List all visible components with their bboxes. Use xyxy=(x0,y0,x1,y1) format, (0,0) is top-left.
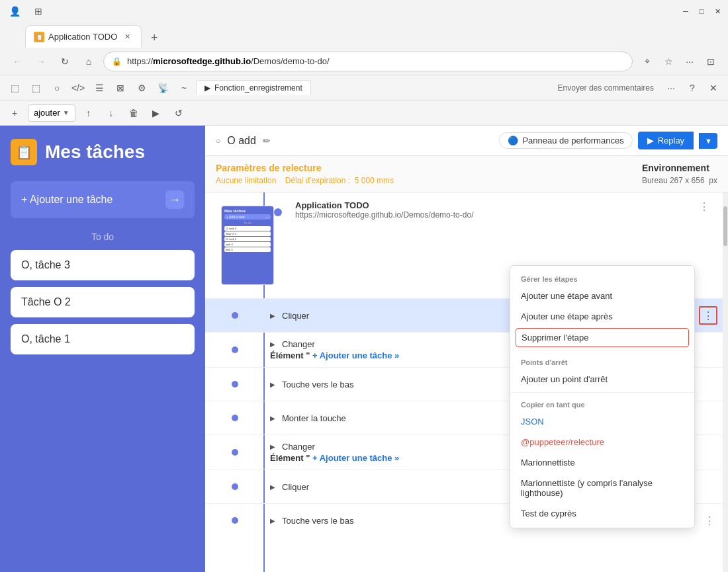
task-item[interactable]: O, tâche 3 xyxy=(11,250,195,280)
app-entry-more-button[interactable]: ⋮ xyxy=(696,200,712,213)
add-task-button[interactable]: + Ajouter une tâche → xyxy=(11,181,195,218)
step-name: Touche vers le bas xyxy=(282,516,353,526)
ctx-copy-marionette-item[interactable]: Marionnettiste xyxy=(510,452,694,473)
devtools-recorder-tab[interactable]: ▶ Fonction_enregistrement xyxy=(196,80,311,95)
task-item[interactable]: O, tâche 1 xyxy=(11,324,195,354)
step-more-button[interactable]: ⋮ xyxy=(699,306,717,325)
recorder-dropdown-label: ajouter xyxy=(34,108,60,118)
replay-dropdown-button[interactable]: ▼ xyxy=(699,133,717,149)
recorder-play-button[interactable]: ▶ xyxy=(147,104,165,122)
step-dot xyxy=(232,381,238,388)
recorder-loop-button[interactable]: ↺ xyxy=(169,104,188,122)
app-icon: 📋 xyxy=(11,139,37,165)
devtools-device-icon[interactable]: ⬚ xyxy=(26,79,45,97)
step-dot xyxy=(232,347,238,353)
recorder-download-button[interactable]: ↓ xyxy=(102,104,120,122)
expand-icon: ▶ xyxy=(270,415,275,422)
devtools-close-button[interactable]: ✕ xyxy=(704,79,723,97)
reader-mode-icon[interactable]: ⌖ xyxy=(638,52,657,71)
step-name: Cliquer xyxy=(282,482,309,492)
recorder-upload-button[interactable]: ↑ xyxy=(79,104,98,122)
devtools-network-icon[interactable]: ⊠ xyxy=(111,79,130,97)
steps-area: Mes tâches + Add a task → To do O, task … xyxy=(205,192,728,572)
recorder-delete-button[interactable]: 🗑 xyxy=(124,104,143,122)
ctx-breakpoints-section-label: Points d'arrêt xyxy=(510,353,694,369)
back-button[interactable]: ← xyxy=(8,52,26,71)
devtools-circle-icon[interactable]: ○ xyxy=(48,79,66,97)
context-menu: Gérer les étapes Ajouter une étape avant… xyxy=(510,265,695,528)
ctx-copy-json-item[interactable]: JSON xyxy=(510,411,694,432)
maximize-button[interactable]: □ xyxy=(696,6,707,17)
devtools-performance-icon[interactable]: ~ xyxy=(175,79,193,97)
devtools-source-icon[interactable]: ⚙ xyxy=(132,79,151,97)
sidebar-title: Mes tâches xyxy=(45,142,145,163)
tab-close-button[interactable]: ✕ xyxy=(121,31,133,43)
expand-icon: ▶ xyxy=(270,381,275,388)
recording-title: O add xyxy=(227,135,256,147)
app-url: https://microsoftedge.github.io/Demos/de… xyxy=(295,210,690,220)
forward-button[interactable]: → xyxy=(32,52,50,71)
minimize-button[interactable]: ─ xyxy=(680,6,691,17)
ctx-copy-lighthouse-item[interactable]: Marionnettiste (y compris l'analyse ligh… xyxy=(510,473,694,503)
expand-icon: ▶ xyxy=(270,443,275,450)
params-limitation: Aucune limitation xyxy=(216,176,276,185)
devtools-toolbar: ⬚ ⬚ ○ </> ☰ ⊠ ⚙ 📡 ~ ▶ Fonction_enregistr… xyxy=(0,75,728,101)
tab-label: Application TODO xyxy=(48,32,117,42)
recorder-add-button[interactable]: + xyxy=(5,104,24,122)
address-input[interactable]: 🔒 https://microsoftedge.github.io/Demos/… xyxy=(103,52,633,71)
replay-label: Replay xyxy=(658,136,684,145)
lock-icon: 🔒 xyxy=(112,57,122,66)
scrollbar[interactable] xyxy=(723,192,728,572)
new-tab-button[interactable]: + xyxy=(144,28,164,48)
performance-panel-button[interactable]: 🔵 Panneau de performances xyxy=(499,132,632,149)
ctx-add-breakpoint-item[interactable]: Ajouter un point d'arrêt xyxy=(510,369,694,389)
step-indicator: ○ xyxy=(216,136,220,145)
expand-icon: ▶ xyxy=(270,483,275,491)
browser-tab-active[interactable]: 📋 Application TODO ✕ xyxy=(25,25,142,48)
sidebar-header: 📋 Mes tâches xyxy=(11,139,195,165)
window-controls: ─ □ ✕ xyxy=(680,6,723,17)
ctx-copy-puppeteer-item[interactable]: @puppeteer/relecture xyxy=(510,432,694,452)
favorites-icon[interactable]: ☆ xyxy=(659,52,678,71)
task-item[interactable]: Tâche O 2 xyxy=(11,287,195,317)
ctx-delete-step-item[interactable]: Supprimer l'étape xyxy=(516,328,689,347)
sidebar-toggle-icon[interactable]: ⊞ xyxy=(29,2,48,20)
home-button[interactable]: ⌂ xyxy=(79,52,98,71)
edit-icon[interactable]: ✏ xyxy=(263,136,271,146)
window-close-button[interactable]: ✕ xyxy=(712,6,723,17)
devtools-recorder-tab-label: Fonction_enregistrement xyxy=(214,83,302,93)
params-delay-value: 5 000 mms xyxy=(355,176,394,185)
ctx-add-after-item[interactable]: Ajouter une étape après xyxy=(510,306,694,327)
devtools-console-icon[interactable]: ☰ xyxy=(90,79,109,97)
expand-icon: ▶ xyxy=(270,312,275,319)
step-dot xyxy=(232,415,238,421)
replay-play-icon: ▶ xyxy=(647,136,654,145)
devtools-select-icon[interactable]: ⬚ xyxy=(5,79,24,97)
sidebar: 📋 Mes tâches + Ajouter une tâche → To do… xyxy=(0,126,205,572)
devtools-wifi-icon[interactable]: 📡 xyxy=(154,79,172,97)
devtools-more-button[interactable]: ··· xyxy=(662,79,680,97)
replay-header: ○ O add ✏ 🔵 Panneau de performances ▶ Re… xyxy=(205,126,728,156)
profile-sync-icon[interactable]: ⊡ xyxy=(702,52,720,71)
refresh-button[interactable]: ↻ xyxy=(56,52,74,71)
expand-icon: ▶ xyxy=(270,517,275,524)
ctx-copy-cypress-item[interactable]: Test de cyprès xyxy=(510,503,694,524)
step-dot-area xyxy=(205,368,265,401)
replay-button[interactable]: ▶ Replay xyxy=(638,132,694,149)
step-name: Touche vers le bas xyxy=(282,380,353,389)
send-feedback-link[interactable]: Envoyer des commentaires xyxy=(558,83,654,93)
scrollbar-thumb[interactable] xyxy=(723,206,727,246)
params-left: Paramètres de relecture Aucune limitatio… xyxy=(216,163,394,185)
browser-more-button[interactable]: ··· xyxy=(680,52,699,71)
step-dot xyxy=(232,312,238,319)
ctx-add-before-item[interactable]: Ajouter une étape avant xyxy=(510,286,694,306)
tab-favicon: 📋 xyxy=(34,32,44,42)
replay-header-right: 🔵 Panneau de performances ▶ Replay ▼ xyxy=(499,132,717,149)
profile-icon[interactable]: 👤 xyxy=(5,2,24,20)
app-entry-content: Application TODO https://microsoftedge.g… xyxy=(295,200,690,220)
recorder-dropdown[interactable]: ajouter ▼ xyxy=(28,104,75,122)
devtools-code-icon[interactable]: </> xyxy=(69,79,87,97)
devtools-help-button[interactable]: ? xyxy=(683,79,702,97)
step-more-button-bottom[interactable]: ⋮ xyxy=(702,514,717,527)
step-dot-area xyxy=(205,436,265,469)
